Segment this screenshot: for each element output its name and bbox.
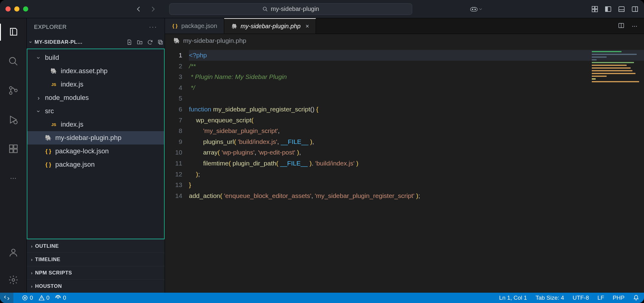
language-mode[interactable]: PHP — [613, 294, 625, 301]
file-tree[interactable]: ›build🐘index.asset.phpJSindex.js›node_mo… — [27, 49, 165, 239]
new-file-icon[interactable] — [126, 39, 132, 45]
tree-item-label: index.asset.php — [61, 67, 108, 75]
folder-row[interactable]: ›src — [27, 104, 164, 118]
toggle-panel-icon[interactable] — [618, 5, 625, 13]
chevron-icon: › — [35, 108, 42, 114]
warnings-indicator[interactable]: 0 — [39, 294, 50, 301]
activity-extensions-icon[interactable] — [0, 140, 27, 157]
tree-item-label: build — [45, 54, 59, 62]
svg-point-2 — [472, 9, 473, 10]
activity-explorer-icon[interactable] — [0, 24, 27, 41]
copilot-icon[interactable] — [470, 5, 482, 13]
explorer-title: EXPLORER — [34, 24, 67, 30]
svg-rect-1 — [471, 7, 478, 11]
json-file-icon: { } — [172, 23, 178, 29]
encoding[interactable]: UTF-8 — [573, 294, 589, 301]
editor-tab[interactable]: 🐘my-sidebar-plugin.php× — [224, 18, 316, 34]
code-editor[interactable]: 1234567891011121314 <?php/** * Plugin Na… — [165, 47, 644, 293]
toggle-right-sidebar-icon[interactable] — [631, 5, 639, 13]
sidebar-section-label: TIMELINE — [35, 257, 60, 263]
svg-point-23 — [12, 249, 15, 253]
layout-customize-icon[interactable] — [591, 5, 598, 13]
svg-rect-10 — [619, 7, 624, 12]
svg-rect-7 — [595, 9, 598, 12]
sidebar-section-label: HOUSTON — [35, 283, 62, 289]
activity-settings-icon[interactable] — [0, 271, 27, 288]
svg-point-29 — [57, 297, 58, 298]
errors-count: 0 — [30, 294, 33, 301]
editor-tab[interactable]: { }package.json — [165, 18, 224, 34]
svg-rect-6 — [592, 9, 594, 12]
file-row[interactable]: 🐘index.asset.php — [27, 64, 164, 78]
tree-item-label: package.json — [55, 161, 95, 169]
svg-rect-9 — [605, 7, 608, 12]
tree-item-label: my-sidebar-plugin.php — [55, 134, 122, 142]
code-content[interactable]: <?php/** * Plugin Name: My Sidebar Plugi… — [188, 47, 644, 293]
ports-count: 0 — [63, 294, 66, 301]
sidebar-section-label: OUTLINE — [35, 243, 59, 249]
activity-search-icon[interactable] — [0, 53, 27, 70]
toggle-sidebar-icon[interactable] — [605, 5, 612, 13]
split-editor-icon[interactable] — [618, 22, 625, 30]
tree-item-label: src — [45, 107, 54, 115]
file-row[interactable]: JSindex.js — [27, 118, 164, 131]
eol[interactable]: LF — [598, 294, 604, 301]
js-file-icon: JS — [50, 81, 57, 88]
activity-run-debug-icon[interactable] — [0, 111, 27, 128]
remote-indicator-icon[interactable] — [0, 293, 13, 303]
file-row[interactable]: { }package.json — [27, 158, 164, 171]
close-tab-icon[interactable]: × — [305, 23, 309, 30]
chevron-right-icon: › — [31, 284, 33, 289]
minimap[interactable] — [589, 47, 644, 96]
explorer-more-icon[interactable]: ··· — [149, 23, 157, 31]
activity-more-icon[interactable]: ··· — [0, 169, 27, 186]
breadcrumb[interactable]: 🐘 my-sidebar-plugin.php — [165, 34, 644, 47]
chevron-icon: › — [35, 55, 42, 60]
warnings-count: 0 — [46, 294, 50, 301]
ports-indicator[interactable]: 0 — [55, 294, 66, 301]
new-folder-icon[interactable] — [137, 39, 143, 45]
svg-rect-12 — [632, 7, 638, 12]
command-center[interactable]: my-sidebar-plugin — [169, 3, 412, 15]
svg-point-15 — [9, 87, 12, 89]
forward-icon[interactable] — [150, 6, 157, 12]
sidebar-section[interactable]: ›HOUSTON — [27, 279, 165, 293]
editor-more-icon[interactable]: ··· — [632, 22, 637, 30]
php-file-icon: 🐘 — [50, 68, 57, 74]
svg-point-18 — [14, 121, 17, 124]
sidebar-section[interactable]: ›OUTLINE — [27, 239, 165, 253]
folder-row[interactable]: ›build — [27, 51, 164, 64]
chevron-down-icon: › — [28, 41, 33, 43]
svg-rect-26 — [159, 41, 163, 44]
close-window-icon[interactable] — [5, 6, 11, 12]
sidebar-section[interactable]: ›TIMELINE — [27, 253, 165, 266]
project-name: MY-SIDEBAR-PL… — [35, 39, 83, 45]
tab-size[interactable]: Tab Size: 4 — [536, 294, 564, 301]
refresh-icon[interactable] — [147, 39, 153, 45]
window-controls — [5, 6, 28, 12]
svg-rect-5 — [595, 6, 598, 9]
sidebar-section[interactable]: ›NPM SCRIPTS — [27, 266, 165, 279]
svg-point-0 — [263, 7, 266, 10]
activity-account-icon[interactable] — [0, 244, 27, 261]
errors-indicator[interactable]: 0 — [22, 294, 33, 301]
project-header[interactable]: › MY-SIDEBAR-PL… — [27, 36, 165, 49]
file-row[interactable]: 🐘my-sidebar-plugin.php — [27, 131, 164, 145]
tree-item-label: node_modules — [45, 94, 89, 102]
back-icon[interactable] — [135, 6, 141, 12]
activity-source-control-icon[interactable] — [0, 82, 27, 99]
tree-item-label: index.js — [61, 121, 84, 128]
file-row[interactable]: JSindex.js — [27, 78, 164, 91]
svg-point-16 — [9, 92, 12, 94]
maximize-window-icon[interactable] — [23, 6, 28, 12]
svg-rect-11 — [619, 10, 624, 12]
notifications-icon[interactable] — [633, 295, 639, 301]
folder-row[interactable]: ›node_modules — [27, 91, 164, 104]
collapse-all-icon[interactable] — [157, 39, 163, 45]
minimize-window-icon[interactable] — [14, 6, 19, 12]
cursor-position[interactable]: Ln 1, Col 1 — [499, 294, 527, 301]
svg-point-3 — [475, 9, 476, 10]
svg-rect-22 — [14, 145, 17, 148]
file-row[interactable]: { }package-lock.json — [27, 145, 164, 158]
tree-item-label: index.js — [61, 80, 84, 88]
